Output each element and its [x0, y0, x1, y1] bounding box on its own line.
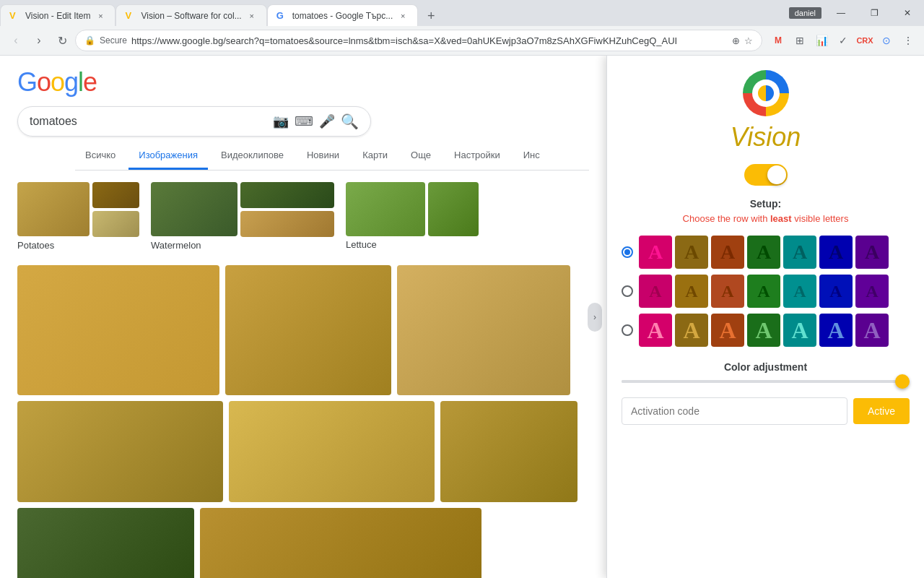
- tab-close-2[interactable]: ×: [246, 10, 258, 22]
- close-button[interactable]: ✕: [891, 2, 924, 24]
- activation-row: Active: [622, 397, 910, 425]
- secure-label: Secure: [100, 35, 127, 46]
- nav-news[interactable]: Новини: [297, 142, 349, 170]
- scroll-arrow-right[interactable]: ›: [588, 303, 602, 332]
- cell-r3-c5[interactable]: A: [783, 314, 816, 347]
- potato-image-1: [17, 182, 90, 236]
- address-field[interactable]: 🔒 Secure https://www.google.bg/search?q=…: [75, 30, 762, 51]
- potatoes-label: Potatoes: [17, 240, 139, 251]
- radio-row1[interactable]: [622, 246, 633, 258]
- google-search-box[interactable]: tomatoes 📷 ⌨ 🎤 🔍: [17, 106, 371, 137]
- nav-video[interactable]: Видеоклипове: [211, 142, 294, 170]
- color-cells-row2: A A A A A A A: [639, 275, 889, 308]
- tomato-large-3[interactable]: [397, 265, 570, 395]
- radio-selected-dot: [624, 249, 630, 255]
- watermelon-images: [151, 182, 334, 237]
- setup-label-text: Setup:: [750, 198, 782, 210]
- image-group-potatoes[interactable]: Potatoes: [17, 182, 139, 251]
- search-icons: 📷 ⌨ 🎤 🔍: [273, 113, 359, 130]
- cell-r3-c1[interactable]: A: [639, 314, 672, 347]
- image-group-lettuce[interactable]: Lettuce: [346, 182, 479, 251]
- color-row-1: A A A A A A A: [622, 236, 910, 269]
- cell-r2-c2[interactable]: A: [675, 275, 708, 308]
- refresh-button[interactable]: ↻: [52, 30, 72, 51]
- cell-r1-c1[interactable]: A: [639, 236, 672, 269]
- radio-row2[interactable]: [622, 285, 633, 297]
- vision-toggle[interactable]: [744, 164, 788, 186]
- tomato-large-1[interactable]: [17, 265, 219, 395]
- nav-images[interactable]: Изображения: [128, 142, 208, 170]
- image-group-watermelon[interactable]: Watermelon: [151, 182, 334, 251]
- address-bar: ‹ › ↻ 🔒 Secure https://www.google.bg/sea…: [0, 26, 924, 55]
- cell-r3-c7[interactable]: A: [855, 314, 889, 347]
- tab-google-search[interactable]: G tomatoes - Google Търс... ×: [267, 4, 419, 26]
- cell-r3-c3[interactable]: A: [711, 314, 744, 347]
- search-icon[interactable]: 🔍: [341, 113, 359, 130]
- google-page: G o o g l e tomatoes 📷 ⌨ 🎤 🔍: [0, 56, 606, 578]
- tab-favicon-2: V: [125, 10, 136, 22]
- cell-r1-c2[interactable]: A: [675, 236, 708, 269]
- color-grid: A A A A A A A A A A A A A: [622, 236, 910, 347]
- charts-icon[interactable]: 📊: [811, 30, 832, 51]
- cell-r3-c2[interactable]: A: [675, 314, 708, 347]
- cell-r2-c4[interactable]: A: [747, 275, 780, 308]
- watermelon-image-2: [240, 182, 334, 208]
- address-icons: ⊕ ☆: [732, 35, 753, 46]
- cell-r1-c6[interactable]: A: [819, 236, 853, 269]
- tomato-medium-3[interactable]: [440, 401, 578, 502]
- activation-input[interactable]: [622, 397, 847, 425]
- tomato-medium-1[interactable]: [17, 401, 223, 502]
- new-tab-button[interactable]: +: [421, 6, 441, 26]
- cell-r2-c5[interactable]: A: [783, 275, 816, 308]
- ext1-icon[interactable]: CRX: [855, 30, 875, 51]
- tab-vision-edit[interactable]: V Vision - Edit Item ×: [0, 4, 116, 26]
- cell-r2-c1[interactable]: A: [639, 275, 672, 308]
- menu-button[interactable]: ⋮: [898, 30, 918, 51]
- maximize-button[interactable]: ❐: [858, 2, 891, 24]
- check-icon[interactable]: ✓: [833, 30, 853, 51]
- minimize-button[interactable]: —: [824, 2, 858, 24]
- tomato-small-1[interactable]: [17, 508, 194, 578]
- keyboard-icon[interactable]: ⌨: [295, 113, 313, 129]
- tomato-large-2[interactable]: [225, 265, 391, 395]
- chrome-icon[interactable]: ⊙: [876, 30, 897, 51]
- cell-r1-c5[interactable]: A: [783, 236, 816, 269]
- logo-g: G: [17, 67, 37, 98]
- nav-settings[interactable]: Настройки: [444, 142, 510, 170]
- tab-vision-software[interactable]: V Vision – Software for col... ×: [116, 4, 266, 26]
- cell-r2-c3[interactable]: A: [711, 275, 744, 308]
- watermelon-images-side: [240, 182, 334, 237]
- lens-icon[interactable]: ⊕: [732, 35, 740, 46]
- active-button[interactable]: Active: [853, 398, 910, 424]
- tomato-medium-2[interactable]: [229, 401, 435, 502]
- tomato-small-2[interactable]: [200, 508, 481, 578]
- cell-r1-c4[interactable]: A: [747, 236, 780, 269]
- star-icon[interactable]: ☆: [744, 35, 753, 46]
- toggle-knob: [767, 165, 786, 184]
- cell-r3-c4[interactable]: A: [747, 314, 780, 347]
- camera-search-icon[interactable]: 📷: [273, 113, 289, 129]
- image-group-potatoes-images: [17, 182, 139, 237]
- nav-ins[interactable]: Инс: [513, 142, 550, 170]
- forward-button[interactable]: ›: [29, 30, 49, 51]
- watermelon-label: Watermelon: [151, 240, 334, 251]
- radio-row3[interactable]: [622, 324, 633, 336]
- slider-thumb[interactable]: [895, 374, 910, 389]
- cell-r2-c7[interactable]: A: [855, 275, 889, 308]
- back-button[interactable]: ‹: [6, 30, 26, 51]
- tab-close-3[interactable]: ×: [397, 10, 409, 22]
- window-controls: daniel — ❐ ✕: [789, 0, 924, 26]
- cell-r1-c3[interactable]: A: [711, 236, 744, 269]
- cell-r2-c6[interactable]: A: [819, 275, 853, 308]
- gmail-icon[interactable]: M: [768, 30, 788, 51]
- nav-maps[interactable]: Карти: [352, 142, 398, 170]
- nav-more[interactable]: Още: [401, 142, 441, 170]
- cell-r1-c7[interactable]: A: [855, 236, 889, 269]
- tab-close-1[interactable]: ×: [95, 10, 106, 22]
- microphone-icon[interactable]: 🎤: [319, 113, 335, 129]
- nav-vsichko[interactable]: Всичко: [75, 142, 126, 170]
- bookmarks-icon[interactable]: ⊞: [790, 30, 810, 51]
- color-adjustment-label: Color adjustment: [724, 361, 807, 373]
- cell-r3-c6[interactable]: A: [819, 314, 853, 347]
- google-logo-letters: G o o g l e: [17, 67, 97, 98]
